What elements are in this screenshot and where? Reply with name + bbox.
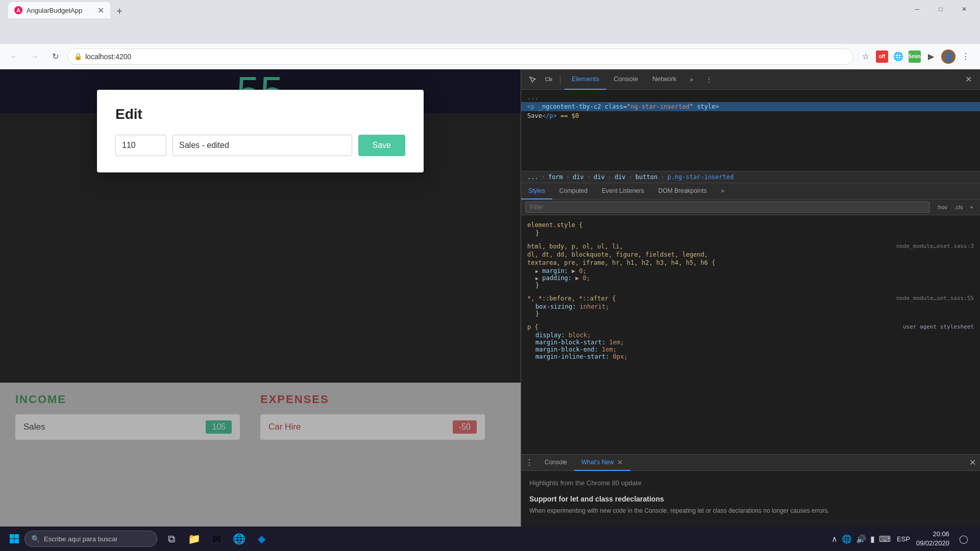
bc-dots[interactable]: ... — [527, 173, 538, 181]
bottom-menu-btn[interactable]: ⋮ — [525, 458, 533, 467]
extension-globe-btn[interactable]: 🌐 — [890, 48, 906, 65]
nav-right-actions: ☆ off 🌐 5min ▶ 👤 ⋮ — [857, 48, 974, 65]
devtools-tab-elements[interactable]: Elements — [565, 69, 606, 90]
whats-new-item-1-desc: When experimenting with new code in the … — [529, 506, 972, 515]
bc-sep5: › — [629, 173, 632, 181]
new-tab-button[interactable]: + — [112, 4, 127, 18]
bc-div3[interactable]: div — [615, 173, 626, 181]
taskbar-search[interactable]: 🔍 Escribe aquí para buscar — [24, 531, 157, 547]
chevron-up-icon[interactable]: ∧ — [831, 534, 838, 544]
lock-icon: 🔒 — [74, 53, 82, 60]
edit-modal: Edit Save — [97, 90, 424, 172]
display-value: block; — [569, 332, 591, 339]
bc-form[interactable]: form — [548, 173, 563, 181]
taskbar-language: ESP — [897, 535, 910, 543]
network-icon[interactable]: 🌐 — [842, 534, 852, 544]
margin-triangle[interactable]: ▶ — [535, 268, 538, 274]
taskbar-mail-btn[interactable]: ✉ — [206, 529, 227, 549]
devtools-inspect-btn[interactable] — [525, 72, 540, 87]
svg-rect-4 — [10, 539, 14, 544]
rule-prop-padding: ▶ padding: ▶ 0; — [535, 274, 974, 282]
devtools-options-btn[interactable]: ⋮ — [702, 72, 716, 87]
bc-sep6: › — [660, 173, 664, 181]
styles-tab-event-listeners[interactable]: Event Listeners — [595, 183, 651, 199]
cls-filter-btn[interactable]: .cls — [952, 203, 966, 212]
rule-source-star[interactable]: node_module…set.sass:55 — [896, 295, 974, 303]
taskbar-explorer-btn[interactable]: 📁 — [184, 529, 204, 549]
modal-title: Edit — [115, 106, 405, 122]
bookmark-button[interactable]: ☆ — [857, 48, 874, 65]
notification-button[interactable]: ◯ — [955, 531, 972, 547]
menu-button[interactable]: ⋮ — [958, 48, 974, 65]
bc-div1[interactable]: div — [573, 173, 584, 181]
styles-tab-computed[interactable]: Computed — [552, 183, 595, 199]
boxsizing-value: inherit; — [580, 303, 609, 310]
edit-amount-input[interactable] — [115, 135, 166, 156]
bottom-tab-whatsnew[interactable]: What's New ✕ — [574, 455, 630, 471]
dom-line: ... — [521, 93, 980, 102]
vscode-icon: ◆ — [258, 533, 265, 545]
filter-actions: :hov .cls + — [934, 203, 976, 212]
battery-icon[interactable]: ▮ — [870, 534, 875, 544]
tab-favicon: A — [14, 6, 22, 14]
volume-icon[interactable]: 🔊 — [856, 534, 866, 544]
styles-tab-more[interactable]: » — [714, 183, 731, 199]
cast-button[interactable]: ▶ — [923, 48, 939, 65]
styles-tab-styles[interactable]: Styles — [521, 183, 552, 199]
padding-triangle[interactable]: ▶ — [535, 276, 538, 281]
dom-attr-class-val: ng-star-inserted — [630, 103, 690, 110]
bc-sep1: › — [542, 173, 545, 181]
styles-filter-input[interactable] — [525, 202, 930, 213]
taskbar-vscode-btn[interactable]: ◆ — [251, 529, 272, 549]
rule-selector-dl: dl, dt, dd, blockquote, figure, fieldset… — [527, 251, 974, 258]
dom-close-tag: </p> — [542, 112, 557, 119]
padding-prop: padding: — [542, 274, 572, 282]
forward-button[interactable]: → — [27, 48, 43, 65]
dom-tag: <p — [527, 103, 534, 110]
devtools-more-tabs[interactable]: » — [686, 76, 698, 83]
tab-close-btn[interactable]: ✕ — [97, 6, 104, 15]
svg-rect-1 — [550, 79, 552, 81]
start-button[interactable] — [4, 529, 24, 549]
save-button[interactable]: Save — [358, 135, 405, 156]
main-area: 55 Edit Save INCOME Sales — [0, 69, 980, 551]
user-avatar[interactable]: 👤 — [941, 49, 955, 64]
taskbar-clock[interactable]: 20:06 09/02/2020 — [916, 530, 949, 548]
maximize-button[interactable]: □ — [929, 0, 952, 18]
bc-div2[interactable]: div — [594, 173, 605, 181]
bc-button[interactable]: button — [635, 173, 657, 181]
edit-description-input[interactable] — [173, 135, 352, 156]
devtools-tab-network[interactable]: Network — [645, 69, 684, 90]
styles-sub-tabs: Styles Computed Event Listeners DOM Brea… — [521, 183, 980, 199]
bottom-panel-close-btn[interactable]: ✕ — [969, 458, 976, 467]
whatsnew-close-btn[interactable]: ✕ — [617, 458, 623, 466]
devtools-tab-console[interactable]: Console — [606, 69, 645, 90]
styles-area: Styles Computed Event Listeners DOM Brea… — [521, 183, 980, 454]
refresh-button[interactable]: ↻ — [47, 48, 63, 65]
explorer-icon: 📁 — [188, 533, 201, 545]
clock-date: 09/02/2020 — [916, 539, 949, 548]
padding-value: ▶ 0; — [575, 274, 590, 282]
devtools-close-btn[interactable]: ✕ — [961, 74, 976, 84]
browser-tab[interactable]: A AngularBudgetApp ✕ — [8, 2, 110, 18]
keyboard-icon[interactable]: ⌨ — [879, 534, 891, 544]
devtools-responsive-btn[interactable] — [542, 72, 556, 87]
rule-selector-p: p { — [527, 323, 538, 331]
taskbar-taskview-btn[interactable]: ⧉ — [161, 529, 182, 549]
margin-value: ▶ 0; — [572, 267, 586, 274]
taskbar-chrome-btn[interactable]: 🌐 — [229, 529, 249, 549]
bottom-tab-console[interactable]: Console — [537, 455, 574, 471]
minimize-button[interactable]: ─ — [905, 0, 929, 18]
bc-sep4: › — [608, 173, 611, 181]
close-button[interactable]: ✕ — [952, 0, 976, 18]
style-rule-element: element.style { } — [521, 219, 980, 239]
styles-tab-dom-breakpoints[interactable]: DOM Breakpoints — [651, 183, 714, 199]
hov-filter-btn[interactable]: :hov — [934, 203, 950, 212]
back-button[interactable]: ← — [6, 48, 22, 65]
rule-source-reset[interactable]: node_module…eset.sass:3 — [896, 243, 974, 251]
extension-timer-btn[interactable]: 5min — [909, 51, 921, 63]
address-bar[interactable]: 🔒 localhost:4200 — [67, 48, 853, 65]
add-style-btn[interactable]: + — [968, 203, 976, 212]
rule-source-p[interactable]: user agent stylesheet — [903, 323, 974, 332]
extension-off-icon[interactable]: off — [876, 51, 888, 63]
